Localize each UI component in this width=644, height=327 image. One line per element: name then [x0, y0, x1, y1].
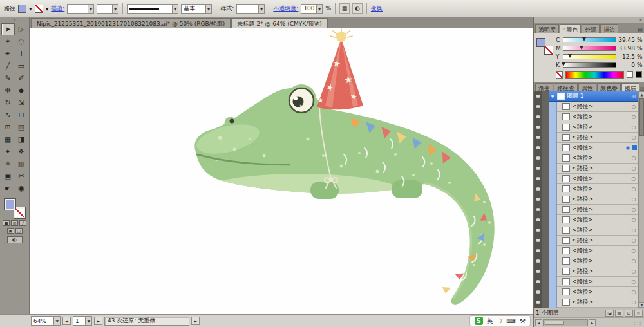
lock-toggle[interactable]: [542, 297, 549, 308]
object-name[interactable]: <路径>: [572, 102, 629, 111]
layer-object-row[interactable]: <路径>○: [534, 256, 638, 266]
layer-object-row[interactable]: <路径>○: [534, 174, 638, 184]
target-icon[interactable]: ○: [629, 196, 638, 202]
layer-object-row[interactable]: <路径>○: [534, 277, 638, 287]
target-icon[interactable]: ○: [629, 289, 638, 295]
new-sublayer-icon[interactable]: ▤: [615, 310, 623, 317]
visibility-toggle[interactable]: [534, 256, 542, 266]
visibility-toggle[interactable]: [534, 205, 542, 215]
scroll-right-icon[interactable]: ▶: [589, 319, 596, 326]
sogou-logo-icon[interactable]: S: [475, 317, 483, 325]
layer-object-row[interactable]: <路径>○: [534, 215, 638, 225]
visibility-toggle[interactable]: [534, 122, 542, 133]
visibility-toggle[interactable]: [534, 215, 542, 225]
object-name[interactable]: <路径>: [572, 257, 629, 265]
width-tool[interactable]: ∿: [1, 109, 15, 121]
target-icon[interactable]: ○: [629, 135, 638, 140]
layer-object-row[interactable]: <路径>○: [534, 164, 638, 174]
black-swatch[interactable]: [636, 71, 642, 78]
visibility-toggle[interactable]: [534, 91, 542, 102]
layer-object-row[interactable]: <路径>○: [534, 133, 638, 143]
target-icon[interactable]: ○: [629, 165, 638, 171]
target-icon[interactable]: ○: [629, 207, 638, 212]
lock-toggle[interactable]: [542, 256, 549, 266]
transform-panel-link[interactable]: 变换: [371, 5, 383, 13]
lock-toggle[interactable]: [542, 112, 549, 122]
canvas[interactable]: [30, 28, 533, 314]
new-layer-icon[interactable]: ⊞: [625, 310, 633, 317]
zoom-select[interactable]: 64%▼: [31, 316, 61, 326]
visibility-toggle[interactable]: [534, 287, 542, 297]
dock-collapse-button[interactable]: »: [534, 17, 644, 24]
target-icon[interactable]: ○: [629, 124, 638, 130]
document-tab[interactable]: 未标题-2* @ 64% (CMYK/预览): [231, 18, 328, 28]
object-name[interactable]: <路径>: [572, 154, 629, 162]
fill-color-swatch[interactable]: [18, 5, 26, 13]
visibility-toggle[interactable]: [534, 133, 542, 143]
panel-tab[interactable]: 透明度: [535, 24, 559, 33]
document-tab[interactable]: Nipic_21255351_20190123170108321083.ai* …: [31, 18, 231, 28]
scale-tool[interactable]: ⇲: [15, 97, 28, 109]
slider-marker[interactable]: [568, 54, 572, 58]
panel-tab[interactable]: 图层: [621, 83, 639, 91]
lasso-tool[interactable]: ◌: [15, 35, 28, 48]
visibility-toggle[interactable]: [534, 236, 542, 246]
panel-tab[interactable]: 颜色参: [597, 83, 621, 91]
visibility-toggle[interactable]: [534, 194, 542, 205]
channel-value[interactable]: 33.98: [618, 45, 635, 51]
blob-brush-tool[interactable]: ❉: [1, 84, 15, 97]
target-icon[interactable]: ○: [629, 155, 638, 161]
paintbrush-tool[interactable]: ✎: [1, 72, 15, 84]
panel-tab[interactable]: 渐变: [535, 83, 553, 91]
target-icon[interactable]: ○: [629, 186, 638, 192]
lock-toggle[interactable]: [542, 277, 549, 287]
opacity-input[interactable]: 100▼: [301, 4, 323, 14]
lock-toggle[interactable]: [542, 164, 549, 174]
selection-tool[interactable]: ➤: [1, 23, 15, 35]
target-icon[interactable]: ◎: [629, 93, 638, 99]
shape-builder-tool[interactable]: ⊞: [1, 121, 15, 133]
type-tool[interactable]: T: [15, 48, 28, 60]
layer-row[interactable]: ▼ 图层 1 ◎: [534, 91, 638, 102]
tools-icon[interactable]: ⚒: [520, 317, 526, 324]
horizontal-scrollbar[interactable]: [543, 319, 588, 326]
visibility-toggle[interactable]: [534, 297, 542, 308]
preferences-icon[interactable]: ◐: [352, 3, 363, 14]
layer-object-row[interactable]: <路径>○: [534, 102, 638, 112]
draw-normal-button[interactable]: ▣: [7, 228, 14, 234]
slider-marker[interactable]: [562, 62, 565, 66]
layer-object-row[interactable]: <路径>○: [534, 236, 638, 246]
stroke-color-swatch[interactable]: [35, 5, 43, 13]
scrollbar-thumb[interactable]: [639, 98, 644, 136]
width-profile-select[interactable]: ▼: [97, 4, 118, 14]
visibility-toggle[interactable]: [534, 102, 542, 112]
panel-tab[interactable]: 描边: [600, 24, 618, 33]
chevron-down-icon[interactable]: ▼: [29, 6, 32, 11]
layer-object-row[interactable]: <路径>○: [534, 287, 638, 297]
object-name[interactable]: <路径>: [572, 133, 629, 142]
stroke-swatch[interactable]: [544, 46, 553, 55]
gradient-tool[interactable]: ◨: [15, 133, 28, 145]
scrollbar-thumb[interactable]: [545, 321, 564, 325]
opacity-panel-link[interactable]: 不透明度:: [273, 5, 298, 13]
make-clipping-mask-icon[interactable]: ◪: [605, 310, 614, 317]
lock-toggle[interactable]: [542, 184, 549, 194]
artboard-tool[interactable]: ▣: [1, 170, 15, 182]
resize-grip[interactable]: ⋮⋮: [632, 320, 643, 326]
lock-toggle[interactable]: [542, 215, 549, 225]
delete-layer-icon[interactable]: ✕: [634, 310, 643, 317]
previous-artboard-icon[interactable]: ◀: [62, 317, 71, 325]
layer-name[interactable]: 图层 1: [567, 92, 629, 100]
target-icon[interactable]: ○: [629, 299, 638, 305]
target-icon[interactable]: ○: [629, 248, 638, 254]
lock-toggle[interactable]: [542, 246, 549, 256]
panel-tab[interactable]: ◦颜色: [560, 24, 581, 33]
object-name[interactable]: <路径>: [572, 267, 629, 276]
channel-value[interactable]: 12.5: [618, 53, 635, 60]
layer-object-row[interactable]: <路径>○: [534, 153, 638, 164]
target-icon[interactable]: ○: [629, 176, 638, 182]
color-spectrum-bar[interactable]: [565, 71, 624, 79]
expander-icon[interactable]: ▼: [549, 94, 556, 98]
object-name[interactable]: <路径>: [572, 226, 629, 234]
eyedropper-tool[interactable]: ✦: [1, 145, 15, 158]
